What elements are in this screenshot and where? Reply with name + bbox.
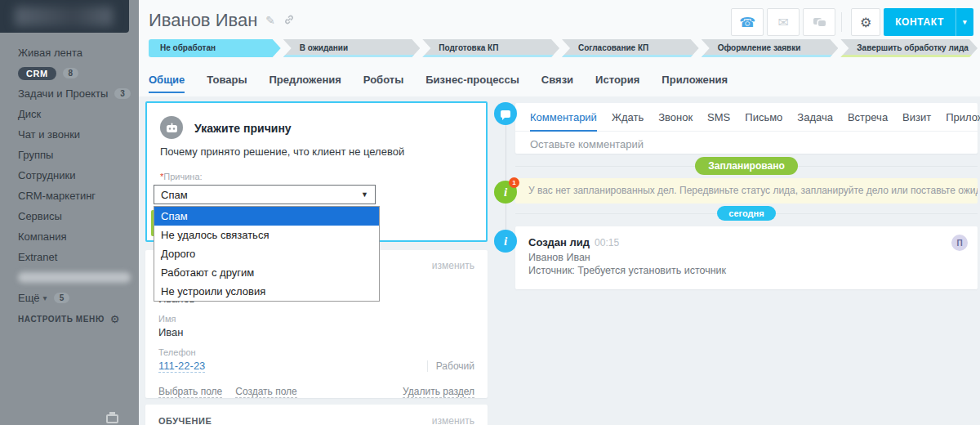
dropdown-option-no-contact[interactable]: Не удалось связаться — [154, 226, 379, 244]
event-line-name: Иванов Иван — [528, 252, 964, 263]
sidebar-item-live-feed[interactable]: Живая лента — [18, 46, 132, 60]
sidebar-item-chat[interactable]: Чат и звонки — [18, 128, 132, 141]
tl-tab-meeting[interactable]: Встреча — [848, 111, 888, 131]
select-field-link[interactable]: Выбрать поле — [158, 386, 222, 398]
sidebar-item-crm-marketing[interactable]: CRM-маркетинг — [18, 189, 132, 203]
tl-tab-apps[interactable]: Приложения — [946, 111, 980, 131]
robot-icon — [160, 116, 183, 139]
first-name-value: Иван — [158, 326, 474, 338]
tasks-count-badge: 3 — [114, 88, 131, 99]
sidebar-item-disk[interactable]: Диск — [18, 107, 132, 121]
configure-menu-button[interactable]: НАСТРОИТЬ МЕНЮ⚙ — [18, 313, 132, 325]
tl-tab-visit[interactable]: Визит — [902, 111, 931, 131]
stage-not-processed[interactable]: Не обработан — [149, 39, 281, 57]
stage-order-processing[interactable]: Оформление заявки — [702, 39, 839, 57]
tl-tab-call[interactable]: Звонок — [658, 111, 693, 131]
sidebar-item-tasks[interactable]: Задачи и Проекты3 — [18, 87, 132, 101]
info-letter: i — [504, 186, 507, 199]
pencil-icon[interactable]: ✎ — [265, 14, 275, 27]
phone-type: Рабочий — [427, 360, 474, 372]
lead-stage-bar: Не обработан В ожидании Подготовка КП Со… — [149, 39, 978, 57]
tab-apps[interactable]: Приложения — [662, 74, 728, 93]
dropdown-option-competitor[interactable]: Работают с другим — [154, 263, 379, 282]
sidebar-item-label: Группы — [18, 149, 53, 161]
tab-robots[interactable]: Роботы — [363, 74, 403, 93]
dropdown-option-expensive[interactable]: Дорого — [154, 244, 379, 263]
contact-button[interactable]: КОНТАКТ ▾ — [884, 8, 973, 36]
sidebar-item-blurred[interactable] — [18, 271, 132, 284]
tab-products[interactable]: Товары — [207, 74, 247, 93]
sidebar-item-crm[interactable]: CRM8 — [18, 66, 132, 80]
logo-blur — [15, 7, 113, 26]
info-letter: i — [504, 235, 507, 248]
phone-number-link[interactable]: 111-22-23 — [158, 360, 205, 373]
delete-section-link[interactable]: Удалить раздел — [403, 386, 474, 398]
sidebar-item-label: Сервисы — [18, 210, 62, 222]
stage-stripe — [422, 55, 559, 57]
dropdown-option-spam[interactable]: Спам — [154, 207, 379, 226]
sidebar-menu: Живая лента CRM8 Задачи и Проекты3 Диск … — [18, 46, 132, 325]
tab-general[interactable]: Общие — [149, 74, 185, 93]
toolbar: ☎ ✉ ⚙ КОНТАКТ ▾ — [728, 8, 973, 36]
call-button[interactable]: ☎ — [731, 8, 764, 36]
phone-icon: ☎ — [739, 15, 755, 30]
avatar[interactable]: П — [951, 235, 968, 251]
workspace-logo[interactable] — [0, 0, 129, 33]
email-button[interactable]: ✉ — [767, 8, 800, 36]
tl-tab-task[interactable]: Задача — [797, 111, 833, 131]
stage-stripe — [840, 55, 978, 57]
stage-stripe — [562, 55, 699, 57]
printer-icon[interactable] — [106, 414, 118, 423]
reason-card-title: Укажите причину — [194, 122, 292, 135]
reason-select-value: Спам — [161, 189, 188, 201]
sidebar-item-label: Компания — [18, 230, 67, 243]
stage-quote-approval[interactable]: Согласование КП — [562, 39, 699, 57]
stage-stripe — [702, 55, 839, 57]
dropdown-option-terms[interactable]: Не устроили условия — [154, 282, 379, 301]
sidebar-item-company[interactable]: Компания — [18, 230, 132, 244]
caret-down-icon[interactable]: ▾ — [956, 18, 973, 26]
tl-tab-sms[interactable]: SMS — [707, 111, 730, 131]
settings-button[interactable]: ⚙ — [851, 8, 880, 36]
sidebar-item-label: Задачи и Проекты — [18, 87, 108, 100]
info-icon-cyan: i — [494, 230, 517, 253]
tab-connections[interactable]: Связи — [541, 74, 573, 93]
edit-link[interactable]: изменить — [432, 415, 474, 425]
more-count-badge: 5 — [54, 293, 70, 303]
sidebar-item-employees[interactable]: Сотрудники — [18, 168, 132, 182]
link-icon[interactable] — [283, 14, 295, 28]
configure-menu-label: НАСТРОИТЬ МЕНЮ — [18, 315, 105, 324]
sidebar-item-more[interactable]: Ещё▾5 — [18, 291, 132, 305]
chat-button[interactable] — [803, 8, 835, 36]
sidebar-item-label: Сотрудники — [18, 169, 75, 181]
comment-input[interactable]: Оставьте комментарий — [515, 132, 978, 157]
comment-bubble-icon — [494, 102, 517, 125]
edit-link[interactable]: изменить — [432, 260, 474, 271]
tl-tab-email[interactable]: Письмо — [745, 111, 782, 131]
sidebar-item-label: Чат и звонки — [18, 128, 80, 141]
reason-select[interactable]: Спам ▼ — [154, 185, 376, 204]
tab-history[interactable]: История — [595, 74, 639, 93]
sidebar-item-extranet[interactable]: Extranet — [18, 250, 132, 264]
stage-finish-lead[interactable]: Завершить обработку лида — [840, 39, 978, 57]
stage-waiting[interactable]: В ожидании — [283, 39, 421, 57]
sidebar-item-services[interactable]: Сервисы — [18, 209, 132, 223]
event-title: Создан лид — [528, 236, 590, 248]
sidebar-item-label: Ещё — [18, 292, 40, 304]
select-caret-icon: ▼ — [361, 190, 368, 199]
gear-icon: ⚙ — [860, 15, 871, 30]
timeline-line — [506, 124, 506, 232]
tab-quotes[interactable]: Предложения — [270, 74, 341, 93]
sidebar-item-groups[interactable]: Группы — [18, 148, 132, 162]
event-time: 00:15 — [595, 237, 619, 248]
timeline-comment-card: Комментарий Ждать Звонок SMS Письмо Зада… — [515, 103, 978, 154]
tl-tab-wait[interactable]: Ждать — [612, 111, 644, 131]
tab-business-processes[interactable]: Бизнес-процессы — [425, 74, 519, 93]
sidebar-item-label: CRM-маркетинг — [18, 190, 96, 202]
stage-label: Завершить обработку лида — [857, 43, 968, 52]
toolbar-separator — [841, 12, 842, 32]
tl-tab-comment[interactable]: Комментарий — [530, 111, 597, 132]
create-field-link[interactable]: Создать поле — [235, 386, 297, 398]
planned-badge: Запланировано — [695, 157, 798, 175]
stage-quote-preparation[interactable]: Подготовка КП — [422, 39, 559, 57]
